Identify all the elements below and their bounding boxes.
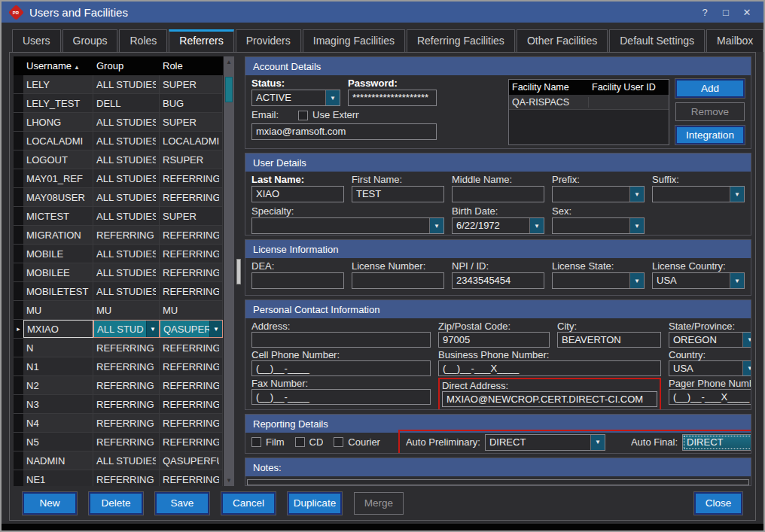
cell-group[interactable]: ALL STUDIES▼ (93, 282, 160, 300)
country-select[interactable]: USA ▼ (669, 360, 751, 376)
notes-field[interactable] (247, 479, 749, 485)
tab-groups[interactable]: Groups (62, 29, 118, 52)
cell-username[interactable]: N4 (23, 414, 93, 432)
table-row[interactable]: NADMIN ALL STUDIES▼ QASUPERFU▼ (14, 451, 223, 470)
cell-role[interactable]: SUPER▼ (160, 113, 223, 131)
cell-role[interactable]: REFERRING P▼ (160, 263, 223, 281)
tab-mailbox[interactable]: Mailbox (706, 29, 763, 52)
chevron-down-icon[interactable]: ▼ (209, 321, 222, 337)
chevron-down-icon[interactable]: ▼ (730, 273, 744, 288)
cell-group[interactable]: ALL STUDIES▼ (93, 169, 160, 187)
facility-user-id-column[interactable]: Facility User ID (589, 82, 669, 93)
status-select[interactable]: ACTIVE ▼ (251, 90, 340, 106)
cell-group[interactable]: REFERRING▼ (93, 339, 160, 357)
password-field[interactable]: ******************** (348, 90, 437, 106)
cell-group[interactable]: ALL STUDIES▼ (93, 451, 160, 470)
facility-name-column[interactable]: Facility Name (509, 82, 589, 93)
table-row[interactable]: MAY08USER ALL STUDIES▼ REFERRING P▼ (14, 188, 223, 207)
tab-providers[interactable]: Providers (236, 29, 301, 52)
new-button[interactable]: New (23, 492, 77, 515)
tab-default-settings[interactable]: Default Settings (609, 29, 705, 52)
duplicate-button[interactable]: Duplicate (288, 492, 342, 515)
cell-role[interactable]: QASUPER▼ (160, 320, 223, 338)
chevron-down-icon[interactable]: ▼ (730, 187, 744, 202)
cell-role[interactable]: REFERRING P▼ (160, 395, 223, 413)
npi-field[interactable]: 2343545454 (452, 272, 544, 289)
cell-username[interactable]: LELY (23, 75, 93, 93)
cell-group[interactable]: DELL▼ (93, 94, 160, 112)
cell-group[interactable]: ALL STUDIES▼ (93, 207, 160, 225)
cell-username[interactable]: N1 (23, 357, 93, 375)
table-row[interactable]: LELY_TEST DELL▼ BUG▼ (14, 94, 223, 113)
cell-group[interactable]: ALL STUDIES▼ (93, 75, 160, 93)
table-row[interactable]: LHONG ALL STUDIES▼ SUPER▼ (14, 113, 223, 132)
cell-username[interactable]: MIGRATION (23, 226, 93, 244)
cell-username[interactable]: NADMIN (23, 451, 93, 470)
auto-preliminary-select[interactable]: DIRECT ▼ (485, 434, 605, 451)
zip-field[interactable]: 97005 (438, 332, 550, 348)
maximize-button[interactable]: □ (715, 7, 736, 18)
facility-row[interactable]: QA-RISPACS (509, 95, 669, 110)
sex-select[interactable]: ▼ (552, 217, 645, 234)
table-row[interactable]: MU MU▼ MU▼ (14, 301, 223, 320)
table-row[interactable]: LELY ALL STUDIES▼ SUPER▼ (14, 75, 223, 94)
chevron-down-icon[interactable]: ▼ (590, 435, 605, 450)
business-phone-field[interactable]: (__)__-___X____ (438, 360, 661, 376)
cell-role[interactable]: REFERRING P▼ (160, 245, 223, 263)
tab-imaging-facilities[interactable]: Imaging Facilities (303, 29, 405, 52)
cell-username[interactable]: MOBILEE (23, 263, 93, 281)
cell-username[interactable]: MXIAO (23, 320, 93, 338)
state-province-select[interactable]: OREGON ▼ (669, 332, 751, 348)
tab-roles[interactable]: Roles (119, 29, 167, 52)
cell-group[interactable]: REFERRING▼ (93, 395, 160, 413)
chevron-down-icon[interactable]: ▼ (146, 321, 159, 337)
tab-other-facilities[interactable]: Other Facilities (517, 29, 608, 52)
scrollbar-thumb[interactable] (225, 77, 233, 102)
cell-role[interactable]: REFERRING P▼ (160, 470, 223, 486)
user-table-scrollbar[interactable]: ▲ ▼ (224, 56, 234, 486)
cell-group[interactable]: ALL STUD▼ (93, 320, 160, 338)
cell-role[interactable]: LOCALADMI▼ (160, 132, 223, 150)
last-name-field[interactable]: XIAO (251, 186, 344, 202)
cell-role[interactable]: SUPER▼ (160, 75, 223, 93)
cell-role[interactable]: RSUPER▼ (160, 150, 223, 169)
delete-button[interactable]: Delete (89, 492, 143, 515)
table-row[interactable]: MICTEST ALL STUDIES▼ SUPER▼ (14, 207, 223, 226)
direct-address-field[interactable]: MXIAO@NEWCROP.CERT.DIRECT-CI.COM (442, 391, 657, 407)
license-number-field[interactable] (352, 272, 444, 289)
prefix-select[interactable]: ▼ (552, 186, 645, 202)
cell-username[interactable]: LOCALADMI (23, 132, 93, 150)
cell-role[interactable]: MU▼ (160, 301, 223, 319)
chevron-down-icon[interactable]: ▼ (429, 218, 443, 233)
address-field[interactable] (251, 332, 431, 348)
cell-role[interactable]: SUPER▼ (160, 207, 223, 225)
cell-group[interactable]: ALL STUDIES▼ (93, 150, 160, 169)
add-button[interactable]: Add (675, 79, 745, 98)
chevron-down-icon[interactable]: ▼ (325, 90, 340, 105)
dea-field[interactable] (251, 272, 344, 289)
close-button[interactable]: Close (694, 492, 742, 515)
table-row[interactable]: N4 REFERRING▼ REFERRING P▼ (14, 414, 223, 433)
table-row[interactable]: N REFERRING▼ REFERRING P▼ (14, 339, 223, 357)
city-field[interactable]: BEAVERTON (557, 332, 661, 348)
cell-username[interactable]: LELY_TEST (23, 94, 93, 112)
auto-final-select[interactable]: DIRECT ▼ (682, 434, 751, 451)
column-header-role[interactable]: Role (160, 60, 223, 71)
cell-group[interactable]: REFERRING▼ (93, 376, 160, 394)
cell-role[interactable]: REFERRING P▼ (160, 357, 223, 375)
tab-referrers[interactable]: Referrers (169, 29, 233, 52)
chevron-down-icon[interactable]: ▼ (529, 218, 544, 233)
cell-username[interactable]: MAY08USER (23, 188, 93, 206)
table-row[interactable]: NE1 REFERRING▼ REFERRING P▼ (14, 470, 223, 486)
cell-role[interactable]: REFERRING P▼ (160, 226, 223, 244)
save-button[interactable]: Save (155, 492, 209, 515)
cell-group[interactable]: REFERRING▼ (93, 226, 160, 244)
cd-checkbox[interactable] (295, 437, 305, 447)
table-row[interactable]: MIGRATION REFERRING▼ REFERRING P▼ (14, 226, 223, 245)
table-row[interactable]: LOGOUT ALL STUDIES▼ RSUPER▼ (14, 150, 223, 169)
cell-group[interactable]: ALL STUDIES▼ (93, 263, 160, 281)
middle-name-field[interactable] (452, 186, 544, 202)
cell-username[interactable]: LHONG (23, 113, 93, 131)
email-field[interactable]: mxiao@ramsoft.com (251, 123, 437, 140)
cell-username[interactable]: LOGOUT (23, 150, 93, 169)
